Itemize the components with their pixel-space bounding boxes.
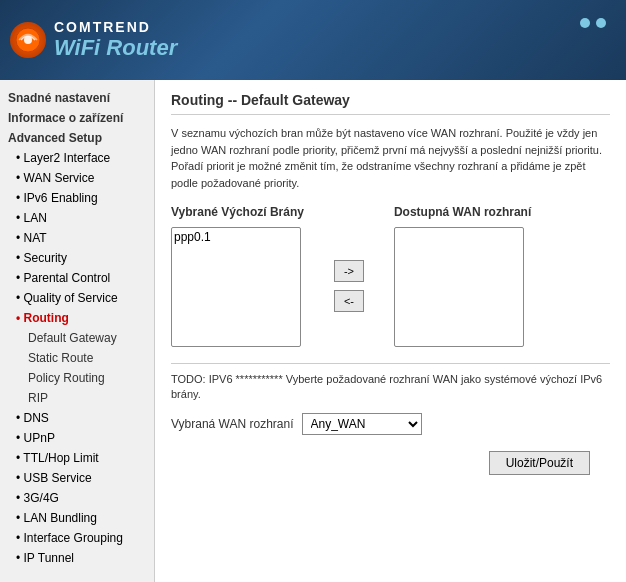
sidebar-item-3g4g[interactable]: • 3G/4G bbox=[0, 488, 154, 508]
sidebar-item-usb[interactable]: • USB Service bbox=[0, 468, 154, 488]
description-text: V seznamu výchozích bran může být nastav… bbox=[171, 125, 610, 191]
sidebar-item-defaultgw[interactable]: Default Gateway bbox=[0, 328, 154, 348]
gateway-section: Vybrané Výchozí Brány ppp0.1 -> <- Dostu… bbox=[171, 205, 610, 347]
sidebar-item-parental[interactable]: • Parental Control bbox=[0, 268, 154, 288]
sidebar: Snadné nastavení Informace o zařízení Ad… bbox=[0, 80, 155, 582]
wan-label: Vybraná WAN rozhraní bbox=[171, 417, 294, 431]
product-name: WiFi Router bbox=[54, 35, 177, 61]
available-listbox[interactable] bbox=[394, 227, 524, 347]
logo: COMTREND WiFi Router bbox=[10, 19, 177, 61]
header-decoration bbox=[580, 18, 606, 28]
divider bbox=[171, 363, 610, 364]
save-button[interactable]: Uložit/Použít bbox=[489, 451, 590, 475]
sidebar-item-ttl[interactable]: • TTL/Hop Limit bbox=[0, 448, 154, 468]
sidebar-item-rip[interactable]: RIP bbox=[0, 388, 154, 408]
dot-2 bbox=[596, 18, 606, 28]
sidebar-item-layer2[interactable]: • Layer2 Interface bbox=[0, 148, 154, 168]
add-button[interactable]: -> bbox=[334, 260, 364, 282]
sidebar-item-info[interactable]: Informace o zařízení bbox=[0, 108, 154, 128]
save-row: Uložit/Použít bbox=[171, 451, 610, 475]
selected-panel: Vybrané Výchozí Brány ppp0.1 bbox=[171, 205, 304, 347]
main-content: Routing -- Default Gateway V seznamu výc… bbox=[155, 80, 626, 582]
sidebar-item-security[interactable]: • Security bbox=[0, 248, 154, 268]
sidebar-item-upnp[interactable]: • UPnP bbox=[0, 428, 154, 448]
logo-icon bbox=[10, 22, 46, 58]
sidebar-item-routing[interactable]: • Routing bbox=[0, 308, 154, 328]
available-panel: Dostupná WAN rozhraní bbox=[394, 205, 531, 347]
sidebar-item-dns[interactable]: • DNS bbox=[0, 408, 154, 428]
brand-name: COMTREND bbox=[54, 19, 177, 35]
wan-row: Vybraná WAN rozhraní Any_WAN bbox=[171, 413, 610, 435]
sidebar-item-ipv6[interactable]: • IPv6 Enabling bbox=[0, 188, 154, 208]
todo-text: TODO: IPV6 *********** Vyberte požadovan… bbox=[171, 372, 610, 403]
header: COMTREND WiFi Router bbox=[0, 0, 626, 80]
selected-listbox[interactable]: ppp0.1 bbox=[171, 227, 301, 347]
logo-text: COMTREND WiFi Router bbox=[54, 19, 177, 61]
sidebar-item-snadne[interactable]: Snadné nastavení bbox=[0, 88, 154, 108]
sidebar-item-ifgrouping[interactable]: • Interface Grouping bbox=[0, 528, 154, 548]
sidebar-item-qos[interactable]: • Quality of Service bbox=[0, 288, 154, 308]
remove-button[interactable]: <- bbox=[334, 290, 364, 312]
sidebar-item-advanced[interactable]: Advanced Setup bbox=[0, 128, 154, 148]
page-title: Routing -- Default Gateway bbox=[171, 92, 610, 115]
available-label: Dostupná WAN rozhraní bbox=[394, 205, 531, 219]
sidebar-item-lanbundling[interactable]: • LAN Bundling bbox=[0, 508, 154, 528]
sidebar-item-nat[interactable]: • NAT bbox=[0, 228, 154, 248]
sidebar-item-lan[interactable]: • LAN bbox=[0, 208, 154, 228]
sidebar-item-policyrouting[interactable]: Policy Routing bbox=[0, 368, 154, 388]
dot-1 bbox=[580, 18, 590, 28]
selected-label: Vybrané Výchozí Brány bbox=[171, 205, 304, 219]
wan-select[interactable]: Any_WAN bbox=[302, 413, 422, 435]
gateway-buttons: -> <- bbox=[324, 225, 374, 347]
sidebar-item-wan[interactable]: • WAN Service bbox=[0, 168, 154, 188]
sidebar-item-iptunnel[interactable]: • IP Tunnel bbox=[0, 548, 154, 568]
selected-item[interactable]: ppp0.1 bbox=[174, 230, 298, 244]
main-layout: Snadné nastavení Informace o zařízení Ad… bbox=[0, 80, 626, 582]
sidebar-item-staticroute[interactable]: Static Route bbox=[0, 348, 154, 368]
